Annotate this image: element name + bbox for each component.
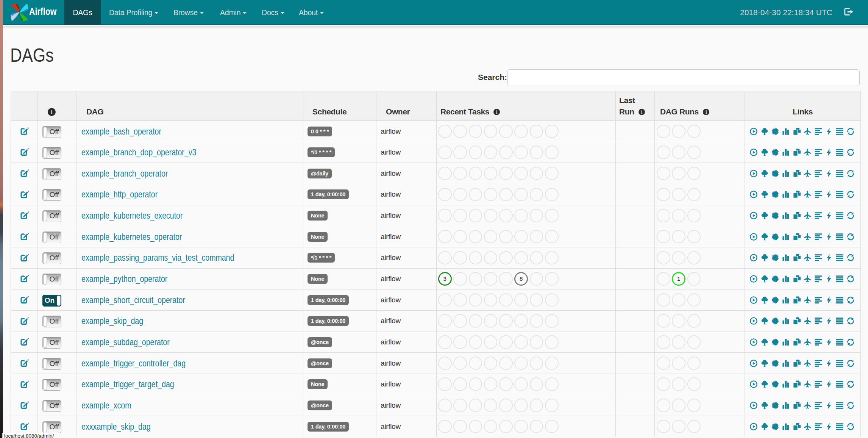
svg-text:i: i <box>51 110 53 116</box>
